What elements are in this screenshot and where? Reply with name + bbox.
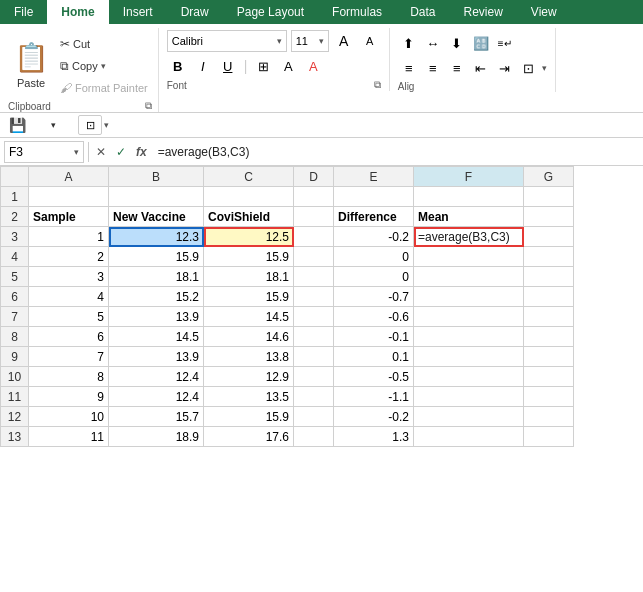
tab-insert[interactable]: Insert <box>109 0 167 24</box>
cell-C3[interactable]: 12.5 <box>204 227 294 247</box>
undo-qat-button[interactable]: ↩ <box>31 115 49 135</box>
cell-C4[interactable]: 15.9 <box>204 247 294 267</box>
cell-E2[interactable]: Difference <box>334 207 414 227</box>
cell-F8[interactable] <box>414 327 524 347</box>
cell-C11[interactable]: 13.5 <box>204 387 294 407</box>
cell-C10[interactable]: 12.9 <box>204 367 294 387</box>
cell-C2[interactable]: CoviShield <box>204 207 294 227</box>
save-qat-button[interactable]: 💾 <box>6 115 29 135</box>
cell-B9[interactable]: 13.9 <box>109 347 204 367</box>
col-header-g[interactable]: G <box>524 167 574 187</box>
cell-D13[interactable] <box>294 427 334 447</box>
align-bottom-button[interactable]: ⬇ <box>446 32 468 54</box>
format-painter-button[interactable]: 🖌 Format Painter <box>56 78 152 98</box>
cell-E8[interactable]: -0.1 <box>334 327 414 347</box>
cell-A10[interactable]: 8 <box>29 367 109 387</box>
cell-B4[interactable]: 15.9 <box>109 247 204 267</box>
font-decrease-button[interactable]: A <box>359 30 381 52</box>
cell-C6[interactable]: 15.9 <box>204 287 294 307</box>
copy-button[interactable]: ⧉ Copy ▾ <box>56 56 152 76</box>
align-middle-button[interactable]: ↔ <box>422 32 444 54</box>
cell-G11[interactable] <box>524 387 574 407</box>
cell-B8[interactable]: 14.5 <box>109 327 204 347</box>
font-dialog-icon[interactable]: ⧉ <box>374 79 381 91</box>
cell-B10[interactable]: 12.4 <box>109 367 204 387</box>
cell-E10[interactable]: -0.5 <box>334 367 414 387</box>
clipboard-dialog-icon[interactable]: ⧉ <box>145 100 152 112</box>
tab-data[interactable]: Data <box>396 0 449 24</box>
font-name-dropdown[interactable]: Calibri ▾ <box>167 30 287 52</box>
indent-decrease-button[interactable]: ⇤ <box>470 57 492 79</box>
cell-A4[interactable]: 2 <box>29 247 109 267</box>
paste-button[interactable]: 📋 Paste <box>8 30 54 98</box>
tab-review[interactable]: Review <box>449 0 516 24</box>
cell-A3[interactable]: 1 <box>29 227 109 247</box>
cell-F3[interactable]: =average(B3,C3) <box>414 227 524 247</box>
name-box[interactable]: F3 ▾ <box>4 141 84 163</box>
cell-E9[interactable]: 0.1 <box>334 347 414 367</box>
cancel-formula-icon[interactable]: ✕ <box>93 144 109 160</box>
cell-A6[interactable]: 4 <box>29 287 109 307</box>
cell-A5[interactable]: 3 <box>29 267 109 287</box>
cell-B12[interactable]: 15.7 <box>109 407 204 427</box>
cell-B13[interactable]: 18.9 <box>109 427 204 447</box>
cell-E1[interactable] <box>334 187 414 207</box>
cell-E7[interactable]: -0.6 <box>334 307 414 327</box>
wrap-text-button[interactable]: ≡↵ <box>494 32 516 54</box>
cell-F9[interactable] <box>414 347 524 367</box>
cell-B5[interactable]: 18.1 <box>109 267 204 287</box>
cell-A8[interactable]: 6 <box>29 327 109 347</box>
cell-F12[interactable] <box>414 407 524 427</box>
cell-C12[interactable]: 15.9 <box>204 407 294 427</box>
cell-D12[interactable] <box>294 407 334 427</box>
cell-C13[interactable]: 17.6 <box>204 427 294 447</box>
formula-input[interactable]: =average(B3,C3) <box>154 144 639 160</box>
another-btn[interactable]: ⊡ <box>78 115 102 135</box>
indent-increase-button[interactable]: ⇥ <box>494 57 516 79</box>
cell-G7[interactable] <box>524 307 574 327</box>
tab-page-layout[interactable]: Page Layout <box>223 0 318 24</box>
cell-G4[interactable] <box>524 247 574 267</box>
cell-E12[interactable]: -0.2 <box>334 407 414 427</box>
col-header-b[interactable]: B <box>109 167 204 187</box>
col-header-a[interactable]: A <box>29 167 109 187</box>
cell-A1[interactable] <box>29 187 109 207</box>
col-header-e[interactable]: E <box>334 167 414 187</box>
insert-function-icon[interactable]: fx <box>133 144 150 160</box>
cell-D10[interactable] <box>294 367 334 387</box>
cell-A2[interactable]: Sample <box>29 207 109 227</box>
cell-F1[interactable] <box>414 187 524 207</box>
cut-button[interactable]: ✂ Cut <box>56 34 152 54</box>
cell-F13[interactable] <box>414 427 524 447</box>
cell-D3[interactable] <box>294 227 334 247</box>
cell-A11[interactable]: 9 <box>29 387 109 407</box>
cell-D2[interactable] <box>294 207 334 227</box>
cell-F4[interactable] <box>414 247 524 267</box>
cell-C9[interactable]: 13.8 <box>204 347 294 367</box>
cell-G1[interactable] <box>524 187 574 207</box>
cell-B6[interactable]: 15.2 <box>109 287 204 307</box>
tab-draw[interactable]: Draw <box>167 0 223 24</box>
cell-B7[interactable]: 13.9 <box>109 307 204 327</box>
cell-C1[interactable] <box>204 187 294 207</box>
confirm-formula-icon[interactable]: ✓ <box>113 144 129 160</box>
underline-button[interactable]: U <box>217 55 239 77</box>
cell-C8[interactable]: 14.6 <box>204 327 294 347</box>
cell-F6[interactable] <box>414 287 524 307</box>
font-color-button[interactable]: A <box>302 55 324 77</box>
cell-E4[interactable]: 0 <box>334 247 414 267</box>
italic-button[interactable]: I <box>192 55 214 77</box>
cell-E3[interactable]: -0.2 <box>334 227 414 247</box>
text-angle-button[interactable]: 🔠 <box>470 32 492 54</box>
cell-D9[interactable] <box>294 347 334 367</box>
cell-E5[interactable]: 0 <box>334 267 414 287</box>
cell-D4[interactable] <box>294 247 334 267</box>
cell-A7[interactable]: 5 <box>29 307 109 327</box>
cell-G3[interactable] <box>524 227 574 247</box>
tab-formulas[interactable]: Formulas <box>318 0 396 24</box>
cell-F10[interactable] <box>414 367 524 387</box>
col-header-c[interactable]: C <box>204 167 294 187</box>
cell-B3[interactable]: 12.3 <box>109 227 204 247</box>
cell-F5[interactable] <box>414 267 524 287</box>
bold-button[interactable]: B <box>167 55 189 77</box>
